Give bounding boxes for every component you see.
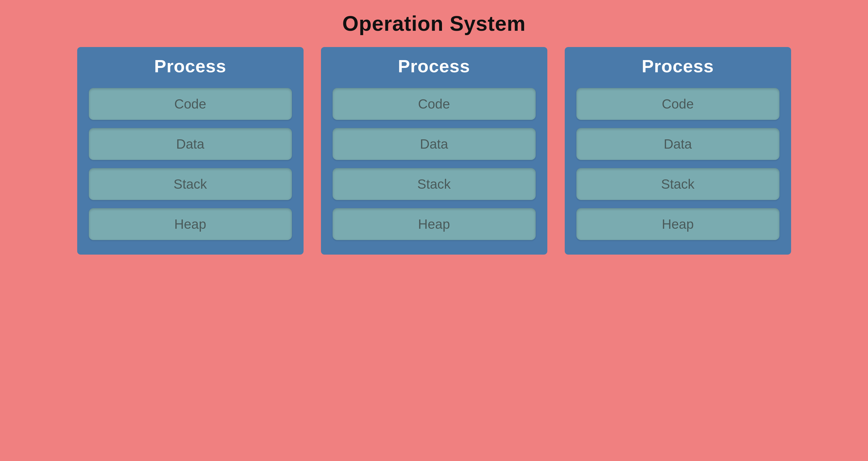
processes-container: Process Code Data Stack Heap Process Cod… — [28, 47, 840, 255]
segment-list-1: Code Data Stack Heap — [89, 88, 292, 240]
segment-code-3: Code — [576, 88, 779, 120]
segment-data-2: Data — [333, 128, 536, 160]
segment-code-2: Code — [333, 88, 536, 120]
segment-heap-2: Heap — [333, 208, 536, 240]
process-title-1: Process — [154, 56, 226, 76]
segment-heap-3: Heap — [576, 208, 779, 240]
segment-code-1: Code — [89, 88, 292, 120]
process-title-3: Process — [642, 56, 714, 76]
segment-data-1: Data — [89, 128, 292, 160]
process-box-3: Process Code Data Stack Heap — [565, 47, 791, 255]
segment-heap-1: Heap — [89, 208, 292, 240]
segment-stack-1: Stack — [89, 168, 292, 200]
segment-data-3: Data — [576, 128, 779, 160]
segment-stack-3: Stack — [576, 168, 779, 200]
process-box-1: Process Code Data Stack Heap — [77, 47, 304, 255]
process-title-2: Process — [398, 56, 470, 76]
segment-list-2: Code Data Stack Heap — [333, 88, 536, 240]
process-box-2: Process Code Data Stack Heap — [321, 47, 547, 255]
segment-list-3: Code Data Stack Heap — [576, 88, 779, 240]
page-title: Operation System — [342, 11, 526, 35]
segment-stack-2: Stack — [333, 168, 536, 200]
